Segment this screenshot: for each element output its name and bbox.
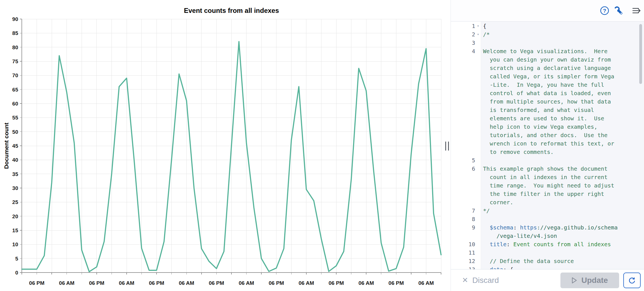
update-label: Update	[581, 276, 608, 285]
svg-text:20: 20	[12, 213, 18, 219]
svg-text:85: 85	[12, 30, 18, 36]
svg-text:06 PM: 06 PM	[209, 280, 224, 286]
code-text: This example graph shows the document	[481, 165, 608, 173]
svg-text:06 PM: 06 PM	[329, 280, 344, 286]
reformat-button[interactable]	[613, 6, 624, 16]
code-text: to remove comments.	[481, 148, 554, 156]
editor-row: elements are used to show it. Use	[451, 114, 644, 123]
svg-text:06 AM: 06 AM	[59, 280, 74, 286]
vega-editor-pane: ?	[451, 0, 644, 291]
code-text: time range. You might need to adjust	[481, 181, 614, 190]
menu-right-icon	[631, 6, 642, 15]
editor-row: 13 data: {	[451, 265, 644, 269]
code-text: called Vega, or its simpler form Vega	[481, 72, 614, 81]
code-text: $schema: https://vega.github.io/schema	[481, 223, 618, 232]
line-number: 7	[451, 206, 475, 215]
refresh-button[interactable]	[623, 273, 641, 288]
pane-resize-handle[interactable]	[445, 142, 449, 151]
update-button[interactable]: Update	[560, 273, 619, 288]
svg-text:40: 40	[12, 157, 18, 163]
svg-text:60: 60	[12, 101, 18, 107]
svg-text:15: 15	[12, 227, 18, 233]
editor-row: count in all indexes in the current	[451, 173, 644, 181]
svg-text:35: 35	[12, 171, 18, 177]
fold-toggle-icon[interactable]: ▾	[475, 30, 481, 39]
menu-right-button[interactable]	[631, 6, 642, 16]
code-editor[interactable]: 1▾{2▾/*34Welcome to Vega visualizations.…	[451, 22, 644, 269]
svg-text:80: 80	[12, 44, 18, 50]
editor-row: is transformed, and what visual	[451, 106, 644, 114]
editor-row: 6This example graph shows the document	[451, 165, 644, 173]
code-text: -Lite. In Vega, you have the full	[481, 81, 604, 89]
svg-text:75: 75	[12, 58, 18, 64]
editor-row: to remove comments.	[451, 148, 644, 156]
editor-row: 8	[451, 215, 644, 223]
svg-text:06 PM: 06 PM	[149, 280, 164, 286]
code-text: */	[481, 206, 490, 215]
y-axis-title: Document count	[3, 123, 10, 169]
svg-text:06 AM: 06 AM	[418, 280, 434, 286]
svg-text:06 AM: 06 AM	[239, 280, 254, 286]
editor-rows: 1▾{2▾/*34Welcome to Vega visualizations.…	[451, 22, 644, 269]
fold-toggle-icon[interactable]: ▾	[475, 22, 481, 30]
code-text: count in all indexes in the current	[481, 173, 608, 181]
svg-text:06 AM: 06 AM	[179, 280, 194, 286]
editor-row: 11	[451, 248, 644, 257]
editor-row: 4Welcome to Vega visualizations. Here	[451, 47, 644, 55]
event-counts-line-chart: 05101520253035404550556065707580859006 P…	[0, 0, 451, 291]
line-number: 5	[451, 156, 475, 165]
svg-text:50: 50	[12, 129, 18, 135]
svg-text:06 PM: 06 PM	[89, 280, 104, 286]
discard-button[interactable]: ✕ Discard	[460, 269, 501, 291]
code-text: is transformed, and what visual	[481, 106, 594, 114]
editor-row: called Vega, or its simpler form Vega	[451, 72, 644, 81]
svg-text:06 AM: 06 AM	[119, 280, 134, 286]
editor-row: scratch using a declarative language	[451, 64, 644, 72]
code-text: scratch using a declarative language	[481, 64, 611, 72]
close-icon: ✕	[462, 276, 468, 285]
svg-text:90: 90	[12, 16, 18, 22]
editor-row: 10 title: Event counts from all indexes	[451, 240, 644, 248]
line-number: 3	[451, 39, 475, 47]
chart-pane: 05101520253035404550556065707580859006 P…	[0, 0, 451, 291]
code-text: you can design your own dataviz from	[481, 55, 611, 64]
svg-text:70: 70	[12, 72, 18, 78]
editor-row: wrench icon to reformat this text, or	[451, 139, 644, 148]
help-button[interactable]: ?	[599, 6, 610, 16]
editor-row: 7*/	[451, 206, 644, 215]
svg-text:06 PM: 06 PM	[389, 280, 404, 286]
code-text: control of what data is loaded, even	[481, 89, 611, 97]
editor-row: corner.	[451, 198, 644, 206]
play-icon	[572, 277, 577, 284]
code-text: tutorials, and other docs. Use the	[481, 131, 608, 139]
code-text: // Define the data source	[481, 257, 574, 265]
line-number: 2	[451, 30, 475, 39]
editor-scrollbar-thumb[interactable]	[639, 24, 642, 84]
code-text: from multiple sources, how that data	[481, 97, 611, 106]
editor-row: the time filter in the upper right	[451, 190, 644, 198]
code-text: Welcome to Vega visualizations. Here	[481, 47, 608, 55]
svg-text:06 PM: 06 PM	[29, 280, 44, 286]
editor-row: /vega-lite/v4.json	[451, 232, 644, 240]
editor-row: 2▾/*	[451, 30, 644, 39]
editor-footer: ✕ Discard Update	[451, 269, 644, 291]
wrench-icon	[614, 6, 624, 16]
svg-text:06 AM: 06 AM	[359, 280, 374, 286]
editor-row: 9 $schema: https://vega.github.io/schema	[451, 223, 644, 232]
svg-text:0: 0	[15, 270, 18, 276]
svg-text:10: 10	[12, 241, 18, 247]
svg-text:?: ?	[603, 8, 606, 14]
code-text: {	[481, 22, 486, 30]
line-number: 8	[451, 215, 475, 223]
svg-text:45: 45	[12, 143, 18, 149]
line-number: 13	[451, 265, 475, 269]
editor-row: -Lite. In Vega, you have the full	[451, 81, 644, 89]
svg-text:25: 25	[12, 199, 18, 205]
editor-row: time range. You might need to adjust	[451, 181, 644, 190]
svg-text:5: 5	[15, 256, 18, 262]
svg-text:06 AM: 06 AM	[299, 280, 314, 286]
code-text: title: Event counts from all indexes	[481, 240, 611, 248]
code-text: wrench icon to reformat this text, or	[481, 139, 614, 148]
line-number: 1	[451, 22, 475, 30]
svg-text:06 PM: 06 PM	[269, 280, 284, 286]
